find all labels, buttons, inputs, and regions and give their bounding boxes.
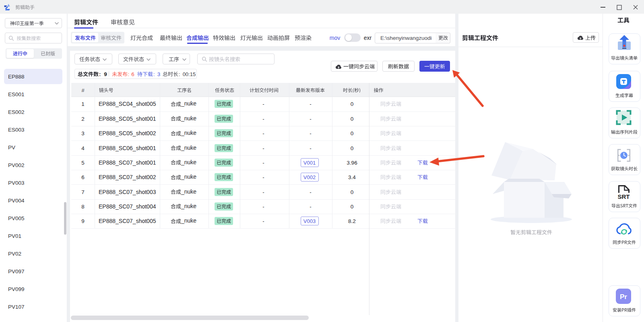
svg-text:Pr: Pr bbox=[620, 293, 627, 301]
svg-text:SRT: SRT bbox=[618, 193, 630, 200]
